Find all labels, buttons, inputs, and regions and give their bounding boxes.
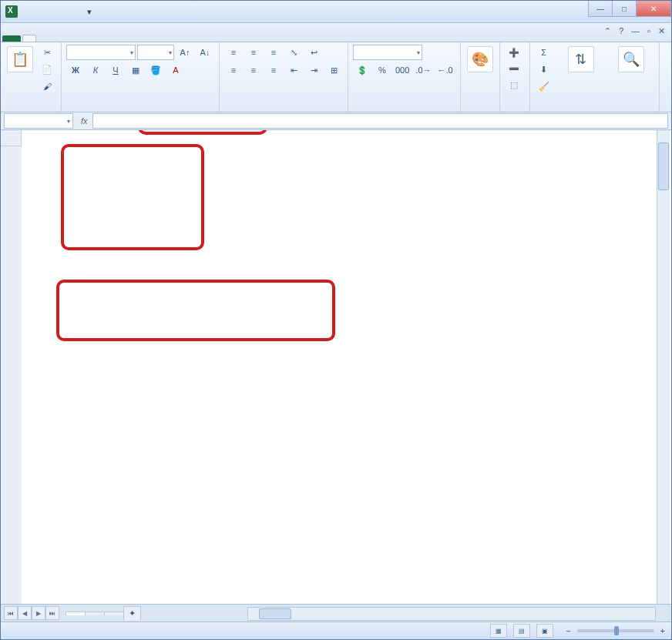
tab-addins[interactable] <box>133 35 147 42</box>
column-headers <box>22 130 671 146</box>
percent-button[interactable]: % <box>373 62 391 78</box>
align-bottom-button[interactable]: ≡ <box>264 45 283 60</box>
name-box[interactable] <box>4 113 73 129</box>
fx-icon[interactable]: fx <box>76 116 92 126</box>
increase-indent-button[interactable]: ⇥ <box>304 62 323 78</box>
decrease-decimal-button[interactable]: ←.0 <box>435 62 455 78</box>
fill-button[interactable]: ⬇ <box>535 62 553 77</box>
wrap-text-button[interactable]: ↩ <box>304 45 323 60</box>
align-center-button[interactable]: ≡ <box>244 62 263 78</box>
maximize-button[interactable]: □ <box>612 1 637 17</box>
qat-redo[interactable] <box>61 3 78 20</box>
styles-button[interactable]: 🎨 <box>465 45 495 75</box>
comma-button[interactable]: 000 <box>393 62 412 78</box>
underline-button[interactable]: Ч <box>106 62 125 78</box>
sheet-nav-next[interactable]: ▶ <box>32 606 45 620</box>
find-select-button[interactable]: 🔍 <box>609 45 654 75</box>
font-name-combo[interactable] <box>66 45 136 60</box>
tab-review[interactable] <box>92 35 106 42</box>
help-icon[interactable]: ? <box>619 26 623 36</box>
delete-cells-button[interactable]: ➖ <box>505 61 523 76</box>
decrease-font-button[interactable]: A↓ <box>196 45 214 60</box>
ribbon: 📋 ✂ 📄 🖌 A↑ A↓ Ж <box>1 42 671 112</box>
fill-color-button[interactable]: 🪣 <box>146 62 165 78</box>
group-styles: 🎨 <box>461 42 500 112</box>
ribbon-tabs: ⌃ ? — ▫ ✕ <box>1 23 671 42</box>
sheet-tab-1[interactable] <box>66 612 86 615</box>
format-cells-button[interactable]: ⬚ <box>505 77 523 92</box>
currency-button[interactable]: 💲 <box>353 62 371 78</box>
formula-input[interactable] <box>92 113 668 129</box>
view-pagebreak-button[interactable]: ▣ <box>536 624 553 638</box>
doc-close[interactable]: ✕ <box>658 26 665 36</box>
bold-button[interactable]: Ж <box>66 62 85 78</box>
sheet-nav-last[interactable]: ⏭ <box>45 606 59 620</box>
clear-button[interactable]: 🧹 <box>535 79 553 94</box>
group-cells: ➕ ➖ ⬚ <box>500 42 530 112</box>
font-color-button[interactable]: A <box>166 62 185 78</box>
qat-save[interactable] <box>21 3 38 20</box>
border-button[interactable]: ▦ <box>126 62 145 78</box>
view-layout-button[interactable]: ▤ <box>513 624 530 638</box>
tab-abbyy[interactable] <box>161 35 175 42</box>
tab-data[interactable] <box>78 35 92 42</box>
paste-button[interactable]: 📋 <box>5 45 35 75</box>
align-left-button[interactable]: ≡ <box>224 62 243 78</box>
group-font: A↑ A↓ Ж К Ч ▦ 🪣 A <box>62 42 220 112</box>
cut-button[interactable]: ✂ <box>38 45 56 60</box>
tab-home[interactable] <box>22 35 36 42</box>
titlebar: ▾ — □ ✕ <box>1 1 671 23</box>
excel-icon <box>5 5 18 18</box>
doc-minimize[interactable]: — <box>631 26 640 36</box>
increase-font-button[interactable]: A↑ <box>176 45 194 60</box>
autosum-button[interactable]: Σ <box>535 45 553 60</box>
format-painter-button[interactable]: 🖌 <box>38 79 56 94</box>
formula-bar: fx <box>1 112 671 130</box>
font-size-combo[interactable] <box>137 45 174 60</box>
minimize-button[interactable]: — <box>588 1 613 17</box>
ribbon-minimize-icon[interactable]: ⌃ <box>604 26 611 36</box>
horizontal-scrollbar[interactable] <box>247 607 656 621</box>
sheet-nav-prev[interactable]: ◀ <box>18 606 32 620</box>
view-normal-button[interactable]: ▦ <box>490 624 507 638</box>
sheet-tab-3[interactable] <box>104 612 124 615</box>
doc-restore[interactable]: ▫ <box>647 26 650 36</box>
increase-decimal-button[interactable]: .0→ <box>413 62 433 78</box>
tab-foxit[interactable] <box>147 35 161 42</box>
hscroll-thumb[interactable] <box>259 608 291 619</box>
group-editing: Σ ⬇ 🧹 ⇅ 🔍 <box>530 42 660 112</box>
tab-formulas[interactable] <box>64 35 78 42</box>
number-format-combo[interactable] <box>353 45 422 60</box>
align-top-button[interactable]: ≡ <box>224 45 243 60</box>
qat-undo[interactable] <box>41 3 58 20</box>
sheet-nav-first[interactable]: ⏮ <box>4 606 18 620</box>
zoom-out-button[interactable]: − <box>566 626 570 635</box>
merge-button[interactable]: ⊞ <box>324 62 343 78</box>
vertical-scrollbar[interactable] <box>657 130 670 604</box>
align-right-button[interactable]: ≡ <box>264 62 283 78</box>
styles-icon: 🎨 <box>467 46 493 72</box>
insert-cells-button[interactable]: ➕ <box>505 45 523 60</box>
copy-button[interactable]: 📄 <box>38 62 56 77</box>
group-number: 💲 % 000 .0→ ←.0 <box>348 42 461 112</box>
tab-insert[interactable] <box>36 35 50 42</box>
new-sheet-button[interactable]: ✦ <box>123 606 141 620</box>
vscroll-thumb[interactable] <box>658 142 669 190</box>
tab-view[interactable] <box>106 35 119 42</box>
sort-filter-button[interactable]: ⇅ <box>556 45 606 75</box>
orientation-button[interactable]: ⤡ <box>284 45 303 60</box>
align-middle-button[interactable]: ≡ <box>244 45 263 60</box>
zoom-slider[interactable] <box>577 629 654 632</box>
sheet-tab-2[interactable] <box>85 612 105 615</box>
select-all-corner[interactable] <box>1 130 22 146</box>
tab-layout[interactable] <box>50 35 64 42</box>
close-button[interactable]: ✕ <box>636 1 671 17</box>
group-alignment: ≡ ≡ ≡ ⤡ ↩ ≡ ≡ ≡ ⇤ ⇥ ⊞ <box>220 42 348 112</box>
decrease-indent-button[interactable]: ⇤ <box>284 62 303 78</box>
italic-button[interactable]: К <box>86 62 105 78</box>
qat-customize[interactable]: ▾ <box>81 3 98 20</box>
tab-file[interactable] <box>2 35 21 42</box>
tab-developer[interactable] <box>119 35 133 42</box>
grid <box>22 130 671 604</box>
zoom-in-button[interactable]: + <box>660 626 665 635</box>
